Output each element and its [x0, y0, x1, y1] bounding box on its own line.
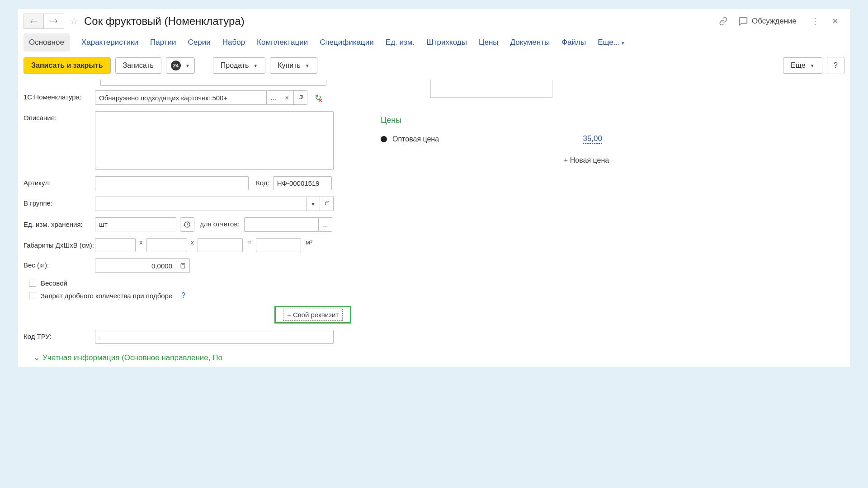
tab-more[interactable]: Еще... [598, 33, 624, 52]
tab-prices[interactable]: Цены [479, 33, 499, 52]
fractional-checkbox[interactable] [29, 292, 36, 299]
article-input[interactable] [95, 176, 249, 190]
buy-button[interactable]: Купить▼ [270, 57, 317, 74]
weight-label: Вес (кг): [24, 258, 95, 269]
discuss-label[interactable]: Обсуждение [752, 17, 797, 26]
tru-label: Код ТРУ: [24, 330, 95, 340]
tab-bar: Основное Характеристики Партии Серии Наб… [18, 33, 850, 52]
accounting-section-header[interactable]: ⌄Учетная информация (Основное направлени… [24, 350, 367, 362]
dim-volume-input[interactable] [256, 238, 301, 252]
dim-sep-1: х [139, 238, 143, 246]
help-button[interactable]: ? [827, 57, 844, 74]
tab-barcodes[interactable]: Штрихкоды [426, 33, 467, 52]
kebab-icon[interactable]: ⋮ [809, 15, 821, 27]
nomenclature-label: 1С:Номенклатура: [24, 90, 95, 101]
chevron-down-icon: ⌄ [33, 353, 40, 362]
wholesale-price-label: Оптовая цена [392, 135, 583, 143]
group-label: В группе: [24, 197, 95, 207]
description-label: Описание: [24, 111, 95, 122]
history-dropdown[interactable]: 24 ▼ [166, 57, 195, 74]
tab-characteristics[interactable]: Характеристики [81, 33, 138, 52]
sell-button[interactable]: Продать▼ [213, 57, 265, 74]
storage-unit-label: Ед. изм. хранения: [24, 217, 95, 229]
image-placeholder[interactable] [430, 80, 552, 98]
dim-length-input[interactable] [95, 238, 136, 252]
nomenclature-input[interactable] [95, 90, 267, 105]
tab-batches[interactable]: Партии [150, 33, 176, 52]
price-indicator-icon [381, 136, 387, 142]
more-button[interactable]: Еще▼ [783, 57, 822, 74]
reports-label: для отчетов: [200, 220, 240, 228]
svg-rect-1 [325, 202, 328, 205]
badge-24: 24 [171, 61, 181, 70]
nomenclature-clear-button[interactable]: × [280, 90, 294, 105]
dimensions-label: Габариты ДхШхВ (см): [24, 238, 95, 250]
group-open-button[interactable] [320, 197, 334, 211]
nav-history: 🡐 🡒 [24, 14, 64, 29]
save-button[interactable]: Записать [115, 57, 161, 74]
fractional-checkbox-label: Запрет дробного количества при подборе [41, 292, 172, 300]
description-textarea[interactable] [95, 111, 334, 170]
dim-sep-2: х [191, 238, 194, 246]
dim-width-input[interactable] [146, 238, 187, 252]
article-label: Артикул: [24, 176, 95, 187]
truncated-field-above [100, 80, 367, 86]
prices-header: Цены [381, 116, 611, 125]
close-icon[interactable]: ✕ [829, 15, 841, 27]
tab-specifications[interactable]: Спецификации [320, 33, 374, 52]
link-icon[interactable] [717, 15, 729, 27]
storage-unit-history-button[interactable] [180, 217, 194, 232]
reports-unit-pick-button[interactable]: … [319, 217, 332, 232]
dim-height-input[interactable] [198, 238, 243, 252]
weight-checkbox-label: Весовой [41, 279, 67, 287]
back-button[interactable]: 🡐 [24, 14, 44, 28]
wholesale-price-value[interactable]: 35,00 [583, 134, 602, 144]
tab-units[interactable]: Ед. изм. [386, 33, 415, 52]
svg-rect-0 [299, 96, 302, 99]
code-label: Код: [256, 176, 269, 187]
weight-calc-button[interactable] [176, 258, 190, 273]
page-title: Сок фруктовый (Номенклатура) [84, 15, 709, 28]
reports-unit-input[interactable] [244, 217, 319, 232]
weight-checkbox[interactable] [29, 280, 36, 287]
tab-files[interactable]: Файлы [561, 33, 586, 52]
group-dropdown-button[interactable]: ▾ [307, 197, 320, 211]
nomenclature-pick-button[interactable]: … [267, 90, 280, 105]
tab-documents[interactable]: Документы [510, 33, 550, 52]
tab-main[interactable]: Основное [24, 33, 70, 52]
tab-set[interactable]: Набор [222, 33, 245, 52]
save-and-close-button[interactable]: Записать и закрыть [24, 57, 111, 74]
tab-completions[interactable]: Комплектации [257, 33, 308, 52]
dim-unit: м³ [306, 238, 312, 246]
help-icon[interactable]: ? [181, 291, 185, 300]
chat-icon[interactable] [737, 15, 749, 27]
group-input[interactable] [95, 197, 307, 211]
favorite-icon[interactable]: ☆ [70, 15, 79, 27]
storage-unit-input[interactable] [95, 217, 176, 231]
tru-input[interactable] [95, 330, 334, 344]
svg-rect-3 [181, 263, 185, 268]
add-new-price-button[interactable]: + Новая цена [564, 156, 611, 164]
sync-broken-icon[interactable]: ↻✕ [315, 93, 321, 103]
code-input[interactable] [273, 176, 332, 190]
nomenclature-open-button[interactable] [294, 90, 307, 105]
dim-eq: = [247, 238, 251, 246]
tab-series[interactable]: Серии [188, 33, 211, 52]
weight-input[interactable] [95, 258, 176, 273]
add-custom-requisite-button[interactable]: + Свой реквизит [274, 306, 351, 324]
forward-button[interactable]: 🡒 [44, 14, 64, 28]
